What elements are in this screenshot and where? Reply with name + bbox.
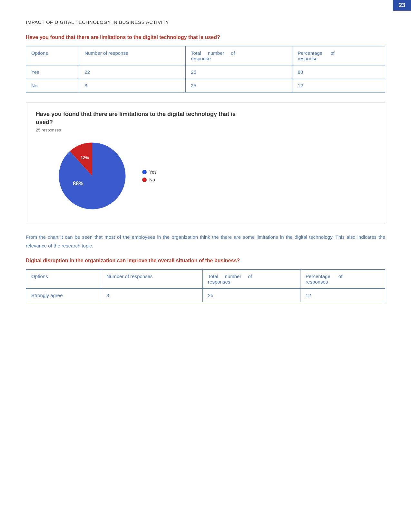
legend-dot-yes (142, 170, 147, 174)
col-header-total: Total number of response (186, 46, 292, 65)
page-header: IMPACT OF DIGITAL TECHNOLOGY IN BUSINESS… (26, 19, 385, 25)
option-no: No (26, 79, 79, 92)
total-yes: 25 (186, 65, 292, 79)
option-yes: Yes (26, 65, 79, 79)
page-number: 23 (399, 2, 405, 8)
pct-no: 12 (292, 79, 385, 92)
num-strongly-agree: 3 (101, 289, 203, 302)
col-header-options: Options (26, 46, 79, 65)
col-header-percentage: Percentage of response (292, 46, 385, 65)
page-number-badge: 23 (393, 0, 411, 11)
pie-chart: 88% 12% (55, 139, 129, 213)
legend-item-yes: Yes (142, 169, 157, 175)
num-response-no: 3 (79, 79, 186, 92)
pie-label-no: 12% (81, 156, 89, 160)
paragraph1: From the chart it can be seen that most … (26, 233, 385, 250)
chart1-container: Have you found that there are limitation… (26, 102, 385, 223)
chart1-title: Have you found that there are limitation… (36, 110, 375, 126)
section2-table: Options Number of responses Total number… (26, 269, 385, 302)
pie-label-yes: 88% (73, 180, 83, 186)
col-header-responses: Number of response (79, 46, 186, 65)
legend-label-yes: Yes (149, 169, 157, 175)
legend-label-no: No (149, 177, 155, 182)
num-response-yes: 22 (79, 65, 186, 79)
section1-heading: Have you found that there are limitation… (26, 34, 385, 40)
col2-header-percentage: Percentage of responses (300, 270, 385, 289)
chart1-legend: Yes No (142, 169, 157, 182)
pie-slice-yes (59, 143, 126, 209)
col2-header-responses: Number of responses (101, 270, 203, 289)
option-strongly-agree: Strongly agree (26, 289, 101, 302)
section1-table: Options Number of response Total number … (26, 46, 385, 92)
total-strongly-agree: 25 (203, 289, 300, 302)
table-row: Yes 22 25 88 (26, 65, 385, 79)
pct-yes: 88 (292, 65, 385, 79)
total-no: 25 (186, 79, 292, 92)
pct-strongly-agree: 12 (300, 289, 385, 302)
legend-item-no: No (142, 177, 157, 182)
table-row: Strongly agree 3 25 12 (26, 289, 385, 302)
chart1-content: 88% 12% Yes No (36, 139, 375, 213)
legend-dot-no (142, 178, 147, 182)
col2-header-total: Total number of responses (203, 270, 300, 289)
col2-header-options: Options (26, 270, 101, 289)
table-row: No 3 25 12 (26, 79, 385, 92)
chart1-subtitle: 25 responses (36, 128, 375, 132)
section2-heading: Digital disruption in the organization c… (26, 258, 385, 264)
